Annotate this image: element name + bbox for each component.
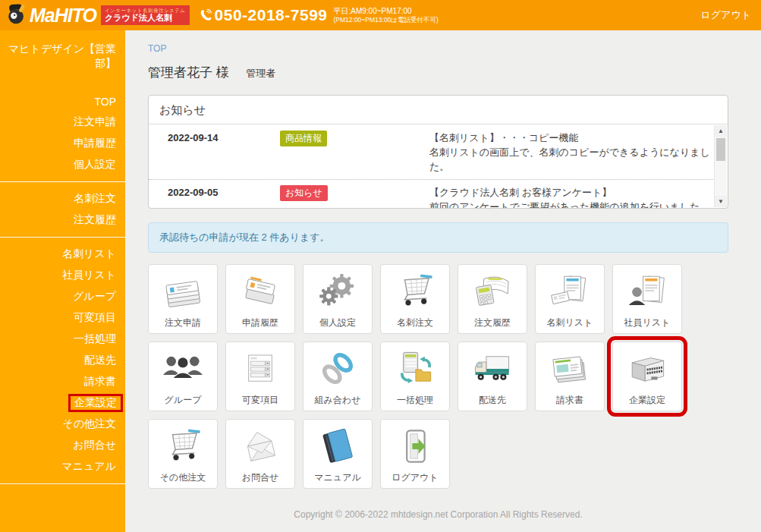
sidebar-item-batch-process[interactable]: 一括処理 (9, 329, 116, 350)
tile-label: グループ (165, 395, 202, 405)
notice-text: 【名刺リスト】・・・コピー機能名刺リストの画面上で、名刺のコピーができるようにな… (429, 131, 715, 174)
logo: MaHITO インターネット名刺発注システム クラウド法人名刺 (5, 2, 190, 28)
logo-badge: インターネット名刺発注システム クラウド法人名刺 (101, 5, 190, 26)
notice-row: 2022-09-14商品情報【名刺リスト】・・・コピー機能名刺リストの画面上で、… (149, 125, 715, 179)
sidebar-item-request-history[interactable]: 申請履歴 (9, 133, 116, 154)
sidebar-item-company-settings[interactable]: 企業設定 (9, 392, 116, 414)
tile-grid: 注文申請申請履歴個人設定名刺注文注文履歴名刺リスト社員リストグループ可変項目組み… (148, 264, 728, 489)
card-order-tile[interactable]: 名刺注文 (380, 264, 450, 334)
envelope-icon (226, 420, 294, 473)
sidebar-item-other-orders[interactable]: その他注文 (9, 414, 116, 435)
scroll-up-icon[interactable]: ▲ (715, 125, 727, 137)
sidebar-item-variable-fields[interactable]: 可変項目 (9, 307, 116, 329)
user-name: 管理者花子 様 (148, 65, 229, 80)
sidebar-item-employee-list[interactable]: 社員リスト (9, 265, 116, 286)
tile-label: 企業設定 (629, 395, 665, 405)
employee-list-tile[interactable]: 社員リスト (612, 264, 682, 334)
copyright-footer: Copyright © 2006-2022 mhtdesign.net Corp… (148, 509, 728, 520)
tile-label: 組み合わせ (315, 395, 361, 405)
scroll-down-icon[interactable]: ▼ (715, 196, 727, 207)
brand-name: MaHITO (30, 6, 96, 25)
variable-fields-tile[interactable]: 可変項目 (225, 342, 295, 411)
user-line: 管理者花子 様 管理者 (148, 64, 728, 81)
phone-hours-line1: 平日:AM9:00~PM17:00 (334, 6, 439, 16)
person-list-icon (613, 265, 681, 318)
notice-line: 【名刺リスト】・・・コピー機能 (429, 131, 715, 145)
sidebar-item-card-list[interactable]: 名刺リスト (9, 244, 116, 265)
user-role: 管理者 (246, 68, 275, 79)
card-list-tile[interactable]: 名刺リスト (535, 264, 605, 334)
card-stack-icon (149, 265, 217, 318)
tile-label: その他注文 (160, 473, 206, 482)
logout-door-icon (381, 420, 449, 473)
people-icon (149, 342, 217, 395)
personal-settings-tile[interactable]: 個人設定 (303, 264, 373, 334)
tile-label: 注文履歴 (474, 318, 511, 327)
notice-category-badge: 商品情報 (280, 131, 327, 146)
main-content: TOP 管理者花子 様 管理者 お知らせ 2022-09-14商品情報【名刺リス… (125, 30, 761, 532)
calc-book-icon (458, 265, 527, 318)
group-tile[interactable]: グループ (148, 342, 218, 411)
sidebar-item-manual[interactable]: マニュアル (9, 456, 116, 477)
tile-label: ログアウト (392, 473, 438, 482)
scroll-thumb[interactable] (716, 138, 725, 161)
notice-line: 【クラウド法人名刺 お客様アンケート】 (429, 185, 715, 200)
card-history-icon (226, 265, 294, 318)
request-history-tile[interactable]: 申請履歴 (225, 264, 295, 334)
chain-icon (303, 342, 372, 395)
phone-number: 050-2018-7599 (215, 6, 328, 24)
logout-tile[interactable]: ログアウト (380, 419, 450, 489)
tile-label: お問合せ (242, 473, 279, 482)
tile-label: マニュアル (314, 473, 360, 482)
tile-label: 社員リスト (624, 318, 671, 327)
combination-tile[interactable]: 組み合わせ (303, 342, 373, 411)
notice-date: 2022-09-05 (149, 185, 263, 200)
sidebar-item-order-history[interactable]: 注文履歴 (9, 209, 116, 231)
other-orders-tile[interactable]: その他注文 (148, 419, 218, 489)
tile-label: 名刺リスト (547, 318, 593, 327)
phone-hours: 平日:AM9:00~PM17:00 (PM12:00~PM13:00は電話受付不… (334, 6, 439, 24)
manual-tile[interactable]: マニュアル (303, 419, 373, 489)
sync-folder-icon (381, 342, 449, 395)
notice-line: 前回のアンケートでご要望があった機能の追加を行いました。 (429, 200, 715, 208)
sidebar-item-group[interactable]: グループ (9, 286, 116, 307)
sidebar-item-personal-settings[interactable]: 個人設定 (9, 154, 116, 175)
breadcrumb[interactable]: TOP (148, 43, 166, 54)
notices-panel: お知らせ 2022-09-14商品情報【名刺リスト】・・・コピー機能名刺リストの… (148, 95, 728, 209)
shipping-address-tile[interactable]: 配送先 (458, 342, 527, 411)
sidebar-item-shipping-address[interactable]: 配送先 (9, 350, 116, 371)
sidebar-item-top[interactable]: TOP (9, 92, 116, 112)
sidebar-item-invoice[interactable]: 請求書 (9, 371, 116, 392)
sidebar-item-contact[interactable]: お問合せ (9, 435, 116, 456)
sidebar-item-order-request[interactable]: 注文申請 (9, 112, 116, 133)
tile-label: 申請履歴 (242, 318, 278, 327)
gears-icon (303, 265, 372, 318)
sidebar-item-card-order[interactable]: 名刺注文 (9, 188, 116, 209)
form-icon (226, 342, 294, 395)
notice-text: 【クラウド法人名刺 お客様アンケート】前回のアンケートでご要望があった機能の追加… (429, 185, 715, 208)
order-request-tile[interactable]: 注文申請 (148, 264, 218, 334)
invoice-tile[interactable]: 請求書 (535, 342, 605, 411)
sidebar-company-name: マヒトデザイン【営業部】 (0, 30, 125, 86)
notice-badge-wrap: お知らせ (263, 185, 429, 201)
notice-badge-wrap: 商品情報 (263, 131, 429, 146)
sidebar-nav: TOP注文申請申請履歴個人設定名刺注文注文履歴名刺リスト社員リストグループ可変項… (0, 86, 125, 484)
tile-label: 請求書 (556, 395, 583, 405)
notices-title: お知らせ (149, 96, 728, 124)
header: MaHITO インターネット名刺発注システム クラウド法人名刺 050-2018… (0, 0, 761, 30)
order-history-tile[interactable]: 注文履歴 (458, 264, 527, 334)
contact-tile[interactable]: お問合せ (225, 419, 295, 489)
notices-scrollbar[interactable]: ▲ ▼ (714, 125, 727, 207)
sidebar: マヒトデザイン【営業部】 TOP注文申請申請履歴個人設定名刺注文注文履歴名刺リス… (0, 30, 125, 532)
pending-approvals-alert: 承認待ちの申請が現在 2 件あります。 (148, 222, 728, 253)
notice-line: 名刺リストの画面上で、名刺のコピーができるようになりました。 (429, 145, 715, 174)
batch-process-tile[interactable]: 一括処理 (380, 342, 450, 411)
notice-category-badge: お知らせ (280, 185, 328, 201)
logo-tagline-small: インターネット名刺発注システム (105, 8, 186, 14)
logout-link[interactable]: ログアウト (700, 8, 751, 22)
phone-hours-line2: (PM12:00~PM13:00は電話受付不可) (334, 16, 439, 24)
company-settings-tile[interactable]: 企業設定 (612, 342, 682, 411)
notice-date: 2022-09-14 (149, 131, 263, 146)
logo-tagline-main: クラウド法人名刺 (105, 13, 186, 23)
building-icon (613, 342, 681, 395)
